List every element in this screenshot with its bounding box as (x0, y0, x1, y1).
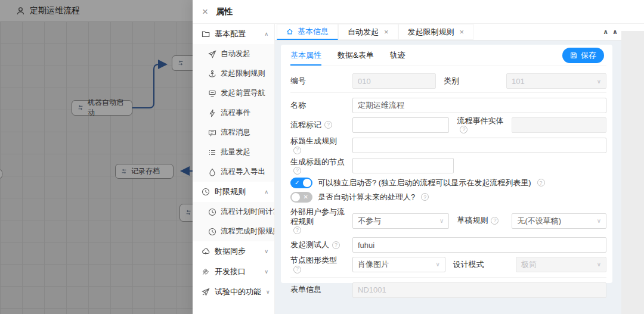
title-node-label: 生成标题的节点? (290, 157, 352, 175)
sidebar-item-complete-time-rules[interactable]: 流程完成时限规则 (193, 222, 274, 241)
app: 定期运维流程 机器自动启动 记录存档 (0, 0, 644, 314)
form-row-code-category: 编号 010 类别 101 ∨ (290, 73, 606, 89)
form-row-future-handler: ✕ 是否自动计算未来的处理人? ? (290, 192, 606, 203)
sidebar-item-process-messages[interactable]: 流程消息 (193, 123, 274, 142)
external-user-label: 外部用户参与流程规则? (290, 207, 352, 235)
navigation-icon (208, 89, 216, 98)
collapse-chevrons[interactable]: ∧ ∧ (603, 23, 618, 40)
close-icon[interactable]: × (202, 7, 208, 17)
card-tab-data-form[interactable]: 数据&表单 (338, 45, 374, 66)
sidebar-submenu-basic: 自动发起 发起限制规则 发起前置导航 (193, 44, 274, 182)
sidebar-item-initiate-limit-rules[interactable]: 发起限制规则 (193, 64, 274, 83)
sidebar-item-auto-initiate[interactable]: 自动发起 (193, 44, 274, 64)
divider (290, 92, 606, 93)
chevron-down-icon: ∨ (597, 78, 601, 85)
code-label: 编号 (290, 76, 352, 86)
future-handler-toggle[interactable]: ✕ (290, 192, 312, 203)
sidebar-group-basic-config[interactable]: 基本配置 ∧ (193, 24, 274, 44)
properties-sidebar: 基本配置 ∧ 自动发起 发起限制规则 (193, 24, 275, 314)
sidebar-group-experimental[interactable]: 试验中的功能 ∨ (193, 282, 274, 302)
sidebar-item-batch-initiate[interactable]: 批量发起 (193, 142, 274, 162)
tester-input[interactable]: fuhui (352, 237, 606, 253)
chevron-down-icon: ∨ (597, 217, 601, 224)
sidebar-group-data-sync[interactable]: 数据同步 ∨ (193, 241, 274, 262)
title-rule-label: 标题生成规则? (290, 136, 352, 154)
droplet-icon (208, 168, 216, 176)
form-row-tester: 发起测试人? fuhui (290, 237, 606, 253)
form-row-mark-entity: 流程标记? 流程事件实体? (290, 116, 606, 133)
help-icon[interactable]: ? (491, 217, 499, 225)
document-tabbar: 基本信息 自动发起 × 发起限制规则 × ∧ ∧ (275, 24, 644, 41)
flow-mark-input[interactable] (352, 117, 449, 133)
form-row-title-rule: 标题生成规则? (290, 136, 606, 154)
chevron-down-icon: ∨ (264, 248, 268, 254)
title-rule-input[interactable] (352, 138, 606, 153)
card-tabbar: 基本属性 数据&表单 轨迹 保存 (290, 45, 606, 66)
home-icon (286, 28, 293, 35)
draft-rule-select[interactable]: 无(不设草稿) ∨ (512, 213, 606, 229)
toggle-knob (292, 193, 300, 201)
node-graphic-select[interactable]: 肖像图片 ∨ (352, 257, 445, 272)
event-entity-label: 流程事件实体? (457, 116, 512, 133)
help-icon[interactable]: ? (421, 193, 429, 201)
external-user-select[interactable]: 不参与 ∨ (352, 213, 449, 229)
drawer-content: 基本信息 自动发起 × 发起限制规则 × ∧ ∧ 基本属性 (275, 24, 644, 314)
chevron-down-icon: ∨ (597, 261, 601, 268)
independent-start-toggle[interactable]: ✓ (290, 178, 312, 188)
help-icon[interactable]: ? (324, 121, 332, 129)
scrollbar-track[interactable] (621, 31, 644, 314)
help-icon[interactable]: ? (293, 167, 301, 175)
form-row-independent-start: ✓ 可以独立启动否? (独立启动的流程可以显示在发起流程列表里) ? (290, 178, 606, 188)
form-row-form-info: 表单信息 ND1001 (290, 282, 606, 298)
drawer-title: 属性 (216, 7, 233, 17)
chevron-down-icon: ∨ (264, 269, 268, 275)
help-icon[interactable]: ? (293, 147, 301, 154)
chevron-up-icon: ∧ (264, 31, 268, 37)
tab-basic-info[interactable]: 基本信息 (277, 24, 338, 40)
drawer-header: × 属性 (193, 0, 644, 24)
toggle-knob (303, 179, 311, 187)
tab-auto-initiate[interactable]: 自动发起 × (338, 24, 398, 40)
tester-label: 发起测试人? (290, 240, 352, 250)
help-icon[interactable]: ? (332, 241, 340, 249)
sidebar-group-dev-interface[interactable]: 开发接口 ∨ (193, 262, 274, 282)
basic-info-card: 基本属性 数据&表单 轨迹 保存 编号 (281, 45, 612, 283)
help-icon[interactable]: ? (537, 179, 545, 186)
sidebar-item-process-events[interactable]: 流程事件 (193, 103, 274, 123)
sidebar-item-import-export[interactable]: 流程导入导出 (193, 162, 274, 182)
basic-props-form: 编号 010 类别 101 ∨ 名称 定 (290, 66, 606, 298)
help-icon[interactable]: ? (293, 266, 301, 273)
category-select: 101 ∨ (506, 73, 606, 89)
sidebar-item-plan-time-calc[interactable]: 流程计划时间计算 (193, 202, 274, 222)
name-input[interactable]: 定期运维流程 (352, 98, 606, 113)
help-icon[interactable]: ? (460, 126, 467, 133)
divider (290, 277, 606, 278)
cloud-sync-icon (202, 247, 210, 256)
x-icon: ✕ (304, 192, 308, 202)
help-icon[interactable]: ? (293, 226, 301, 234)
anchor-icon (208, 70, 216, 78)
node-graphic-label: 节点图形类型? (290, 256, 352, 273)
sidebar-item-pre-navigation[interactable]: 发起前置导航 (193, 83, 274, 103)
card-tab-trace[interactable]: 轨迹 (390, 45, 405, 66)
card-tab-basic-props[interactable]: 基本属性 (290, 45, 321, 66)
future-handler-label: 是否自动计算未来的处理人? (318, 192, 415, 203)
close-tab-icon[interactable]: × (384, 27, 389, 36)
clock-icon (202, 188, 210, 196)
experiment-icon (202, 288, 210, 296)
form-row-graphic-design: 节点图形类型? 肖像图片 ∨ 设计模式 极简 ∨ (290, 256, 606, 273)
lightning-icon (208, 109, 216, 117)
close-tab-icon[interactable]: × (460, 27, 465, 36)
clock-icon (208, 208, 216, 216)
title-node-input[interactable] (352, 158, 454, 173)
form-info-label: 表单信息 (290, 285, 352, 294)
flow-mark-label: 流程标记? (290, 120, 352, 130)
save-icon (570, 52, 577, 59)
independent-start-label: 可以独立启动否? (独立启动的流程可以显示在发起流程列表里) (318, 178, 531, 188)
save-button[interactable]: 保存 (562, 48, 604, 63)
tab-initiate-limit-rules[interactable]: 发起限制规则 × (398, 24, 474, 40)
list-icon (208, 148, 216, 157)
form-row-external-draft: 外部用户参与流程规则? 不参与 ∨ 草稿规则? 无(不设草稿) ∨ (290, 207, 606, 235)
sidebar-group-time-rules[interactable]: 时限规则 ∧ (193, 182, 274, 202)
form-row-name: 名称 定期运维流程 (290, 98, 606, 113)
